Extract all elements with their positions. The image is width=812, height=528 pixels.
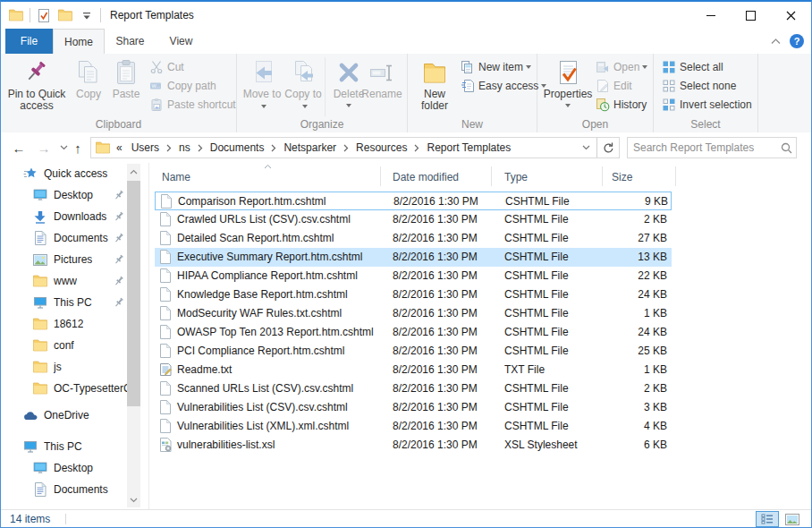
copy-to-button[interactable]: Copy to bbox=[283, 56, 323, 112]
file-row[interactable]: Comparison Report.htm.cshtml8/2/2016 1:3… bbox=[155, 192, 672, 210]
breadcrumb-item[interactable]: ns bbox=[173, 141, 197, 154]
documents-icon bbox=[32, 482, 47, 497]
file-size: 24 KB bbox=[584, 326, 667, 338]
column-header-name[interactable]: Name bbox=[162, 171, 190, 183]
file-row[interactable]: Readme.txt8/2/2016 1:30 PMTXT File1 KB bbox=[155, 361, 672, 379]
forward-button[interactable]: → bbox=[35, 138, 53, 158]
collapse-ribbon-icon[interactable] bbox=[771, 38, 781, 45]
close-button[interactable] bbox=[771, 2, 811, 29]
tab-view[interactable]: View bbox=[156, 29, 207, 54]
refresh-icon[interactable] bbox=[597, 138, 619, 158]
this-pc-icon bbox=[22, 439, 38, 454]
tab-share[interactable]: Share bbox=[105, 29, 156, 54]
file-row[interactable]: Vulnerabilities List (XML).xml.cshtml8/2… bbox=[155, 417, 672, 436]
file-name: PCI Compliance Report.htm.cshtml bbox=[177, 345, 344, 357]
breadcrumb-chevron-icon[interactable] bbox=[165, 144, 173, 152]
file-row[interactable]: Detailed Scan Report.htm.cshtml8/2/2016 … bbox=[155, 229, 672, 248]
scroll-up-icon[interactable] bbox=[127, 164, 140, 179]
location-folder-icon bbox=[96, 141, 112, 154]
address-bar-row: ← → ↑ « UsersnsDocumentsNetsparkerResour… bbox=[1, 132, 811, 163]
file-type: XSL Stylesheet bbox=[504, 439, 578, 451]
file-date-modified: 8/2/2016 1:30 PM bbox=[393, 439, 478, 451]
file-row[interactable]: ModSecurity WAF Rules.txt.cshtml8/2/2016… bbox=[155, 304, 672, 323]
edit-button[interactable]: Edit bbox=[595, 76, 647, 95]
column-header-date-modified[interactable]: Date modified bbox=[393, 171, 459, 183]
file-row[interactable]: vulnerabilities-list.xsl8/2/2016 1:30 PM… bbox=[155, 436, 672, 455]
rename-button[interactable]: Rename bbox=[359, 56, 405, 100]
help-icon[interactable]: ? bbox=[790, 34, 804, 48]
breadcrumb-item[interactable]: Netsparker bbox=[277, 141, 343, 154]
sidebar-scrollbar[interactable] bbox=[127, 164, 140, 507]
properties-button[interactable]: Properties bbox=[543, 56, 593, 108]
address-dropdown-icon[interactable] bbox=[575, 138, 596, 158]
up-button[interactable]: ↑ bbox=[69, 138, 87, 158]
file-row[interactable]: PCI Compliance Report.htm.cshtml8/2/2016… bbox=[155, 342, 672, 361]
cut-button[interactable]: Cut bbox=[148, 57, 236, 76]
move-to-button[interactable]: Move to bbox=[242, 56, 282, 112]
file-row[interactable]: OWASP Top Ten 2013 Report.htm.cshtml8/2/… bbox=[155, 323, 672, 342]
file-row[interactable]: Vulnerabilities List (CSV).csv.cshtml8/2… bbox=[155, 398, 672, 417]
file-row[interactable]: HIPAA Compliance Report.htm.cshtml8/2/20… bbox=[155, 267, 672, 285]
file-size: 4 KB bbox=[584, 420, 667, 432]
back-button[interactable]: ← bbox=[10, 138, 28, 158]
breadcrumb-item[interactable]: Report Templates bbox=[420, 141, 517, 154]
file-row[interactable]: Crawled URLs List (CSV).csv.cshtml8/2/20… bbox=[155, 210, 672, 229]
large-icons-view-button[interactable] bbox=[781, 511, 804, 527]
qat-customize-caret-icon[interactable] bbox=[79, 7, 95, 23]
new-folder-button[interactable]: New folder bbox=[415, 56, 454, 112]
breadcrumb-chevron-icon[interactable] bbox=[343, 144, 350, 152]
file-size: 1 KB bbox=[584, 363, 667, 376]
invert-selection-button[interactable]: Invert selection bbox=[661, 95, 752, 114]
file-txt-icon bbox=[159, 362, 172, 377]
history-button[interactable]: History bbox=[595, 95, 647, 114]
open-button[interactable]: Open bbox=[595, 57, 647, 76]
copy-path-button[interactable]: W... Copy path bbox=[148, 76, 236, 95]
file-name: Vulnerabilities List (CSV).csv.cshtml bbox=[177, 401, 348, 413]
qat-properties-button[interactable] bbox=[36, 7, 52, 23]
paste-shortcut-button[interactable]: Paste shortcut bbox=[148, 95, 236, 114]
sidebar-item-label: This PC bbox=[44, 440, 82, 453]
file-row[interactable]: Scanned URLs List (CSV).csv.cshtml8/2/20… bbox=[155, 379, 672, 398]
minimize-button[interactable] bbox=[690, 2, 731, 29]
pinned-icon bbox=[114, 276, 124, 286]
sidebar-item-label: This PC bbox=[54, 296, 92, 309]
tab-file[interactable]: File bbox=[5, 29, 53, 54]
column-header-size[interactable]: Size bbox=[612, 171, 632, 183]
quick-access-icon bbox=[22, 166, 38, 181]
search-icon[interactable] bbox=[777, 142, 796, 154]
breadcrumb-item[interactable]: Documents bbox=[204, 141, 271, 154]
pin-to-quick-access-button[interactable]: Pin to Quick access bbox=[6, 56, 67, 112]
scrollbar-thumb[interactable] bbox=[127, 181, 140, 406]
scroll-down-icon[interactable] bbox=[127, 492, 140, 507]
file-size: 2 KB bbox=[584, 213, 667, 226]
breadcrumb-overflow[interactable]: « bbox=[112, 141, 125, 154]
title-bar: Report Templates bbox=[1, 2, 811, 29]
select-all-button[interactable]: Select all bbox=[661, 57, 752, 76]
column-header-type[interactable]: Type bbox=[504, 171, 528, 183]
breadcrumb-item[interactable]: Users bbox=[125, 141, 165, 154]
folder-icon bbox=[32, 274, 47, 288]
search-input[interactable] bbox=[628, 141, 777, 154]
copy-button[interactable]: Copy bbox=[71, 56, 106, 100]
paste-button[interactable]: Paste bbox=[108, 56, 144, 100]
file-xsl-icon bbox=[159, 438, 172, 452]
file-row[interactable]: Executive Summary Report.htm.cshtml8/2/2… bbox=[155, 248, 672, 267]
easy-access-button[interactable]: Easy access bbox=[460, 76, 546, 95]
new-item-button[interactable]: New item bbox=[460, 57, 546, 76]
breadcrumb-chevron-icon[interactable] bbox=[413, 144, 420, 152]
breadcrumb-chevron-icon[interactable] bbox=[270, 144, 277, 152]
file-name: ModSecurity WAF Rules.txt.cshtml bbox=[177, 307, 342, 319]
breadcrumb-item[interactable]: Resources bbox=[350, 141, 413, 154]
desktop-icon bbox=[32, 188, 47, 202]
breadcrumb-chevron-icon[interactable] bbox=[197, 144, 204, 152]
file-name: Crawled URLs List (CSV).csv.cshtml bbox=[177, 213, 351, 226]
ribbon-group-select: Select all Select none Invert selection … bbox=[654, 54, 758, 132]
file-date-modified: 8/2/2016 1:30 PM bbox=[393, 288, 478, 301]
maximize-button[interactable] bbox=[731, 2, 771, 29]
qat-new-folder-button[interactable] bbox=[57, 7, 73, 23]
file-row[interactable]: Knowledge Base Report.htm.cshtml8/2/2016… bbox=[155, 285, 672, 304]
details-view-button[interactable] bbox=[756, 511, 779, 527]
tab-home[interactable]: Home bbox=[53, 29, 105, 54]
select-none-button[interactable]: Select none bbox=[661, 76, 752, 95]
pictures-icon bbox=[32, 252, 47, 267]
